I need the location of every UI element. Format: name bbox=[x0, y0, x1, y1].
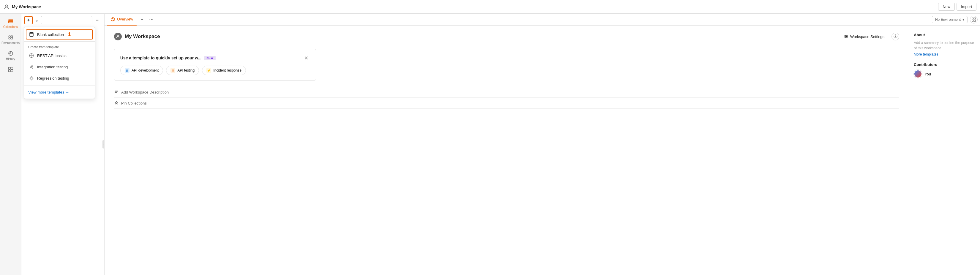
template-regression-testing[interactable]: Regression testing bbox=[24, 73, 95, 84]
api-development-label: API development bbox=[132, 68, 159, 73]
add-description-label: Add Workspace Description bbox=[121, 90, 169, 94]
add-tab-button[interactable]: + bbox=[138, 16, 146, 24]
tab-overview[interactable]: Overview bbox=[107, 14, 137, 25]
contributor-row: You bbox=[914, 70, 975, 78]
add-collection-button[interactable]: + bbox=[24, 16, 33, 24]
tab-bar: Overview + ··· No Environment ▾ bbox=[105, 14, 980, 25]
more-options-button[interactable]: ··· bbox=[94, 17, 101, 24]
sidebar-item-environments[interactable]: Environments bbox=[1, 32, 20, 47]
template-incident-response-button[interactable]: ⚡ Incident response bbox=[202, 66, 246, 75]
create-from-template-label: Create from template bbox=[24, 43, 95, 50]
filter-icon bbox=[35, 18, 39, 22]
history-icon bbox=[8, 51, 14, 56]
svg-rect-5 bbox=[9, 38, 10, 39]
pin-collections-label: Pin Collections bbox=[121, 101, 147, 105]
dashboard-icon bbox=[8, 67, 14, 73]
svg-point-21 bbox=[32, 67, 33, 68]
top-bar-actions: New Import bbox=[938, 3, 977, 11]
collections-header: + ··· bbox=[21, 14, 104, 27]
view-more-templates-link[interactable]: View more templates → bbox=[24, 87, 95, 97]
add-description-row[interactable]: Add Workspace Description bbox=[114, 87, 899, 98]
grid-icon bbox=[971, 17, 976, 22]
tab-overview-label: Overview bbox=[117, 17, 133, 21]
svg-point-20 bbox=[32, 65, 33, 67]
svg-rect-12 bbox=[11, 70, 13, 72]
tab-bar-right: No Environment ▾ bbox=[932, 16, 978, 24]
integration-testing-icon bbox=[29, 64, 34, 70]
svg-rect-4 bbox=[9, 36, 10, 37]
resize-arrow-indicator: ‹ bbox=[102, 140, 104, 148]
right-sidebar: About Add a summary to outline the purpo… bbox=[909, 25, 980, 275]
svg-rect-33 bbox=[974, 20, 975, 21]
new-button[interactable]: New bbox=[938, 3, 955, 11]
blank-collection-icon bbox=[29, 32, 34, 37]
workspace-settings-button[interactable]: Workspace Settings bbox=[841, 33, 887, 40]
settings-sliders-icon bbox=[844, 34, 848, 39]
sidebar-item-history[interactable]: History bbox=[1, 48, 20, 63]
template-options: ⊞ API development ⚙ API testing ⚡ Incide… bbox=[120, 66, 310, 75]
incident-response-label: Incident response bbox=[213, 68, 242, 73]
search-input[interactable] bbox=[41, 16, 92, 24]
svg-point-38 bbox=[845, 35, 846, 36]
workspace-info-button[interactable]: ⓘ bbox=[891, 33, 899, 40]
svg-rect-2 bbox=[8, 21, 13, 22]
workspace-title: My Workspace bbox=[12, 5, 41, 9]
env-chevron: ▾ bbox=[963, 17, 964, 22]
workspace-header-row: My Workspace Workspace Settings ⓘ bbox=[114, 33, 899, 40]
about-title: About bbox=[914, 33, 975, 37]
svg-rect-1 bbox=[8, 20, 13, 21]
svg-rect-31 bbox=[974, 18, 975, 19]
template-banner-header: Use a template to quickly set up your w.… bbox=[120, 54, 310, 62]
template-rest-api-basics[interactable]: REST API basics bbox=[24, 50, 95, 61]
environments-icon bbox=[8, 35, 14, 40]
template-banner: Use a template to quickly set up your w.… bbox=[114, 49, 316, 81]
description-icon bbox=[114, 90, 119, 94]
svg-point-39 bbox=[846, 36, 847, 37]
main-content: Overview + ··· No Environment ▾ bbox=[105, 14, 980, 275]
incident-response-icon: ⚡ bbox=[207, 68, 211, 73]
person-icon bbox=[3, 4, 10, 10]
env-label: No Environment bbox=[935, 17, 961, 22]
sidebar-item-collections[interactable]: Collections bbox=[1, 16, 20, 31]
svg-rect-9 bbox=[8, 67, 10, 70]
overview-tab-icon bbox=[110, 17, 115, 22]
workspace-main: My Workspace Workspace Settings ⓘ bbox=[105, 25, 909, 275]
svg-rect-10 bbox=[11, 67, 13, 70]
contributor-name: You bbox=[924, 72, 931, 76]
workspace-name-heading: My Workspace bbox=[125, 33, 160, 40]
blank-collection-item[interactable]: Blank collection 1 bbox=[26, 29, 93, 40]
more-templates-link[interactable]: More templates bbox=[914, 52, 939, 56]
pin-collections-row[interactable]: Pin Collections bbox=[114, 98, 899, 109]
environment-selector[interactable]: No Environment ▾ bbox=[932, 16, 967, 23]
svg-point-24 bbox=[30, 77, 32, 79]
collections-icon bbox=[8, 18, 14, 24]
template-api-development-button[interactable]: ⊞ API development bbox=[120, 66, 163, 75]
env-info-button[interactable] bbox=[970, 16, 978, 24]
api-testing-label: API testing bbox=[177, 68, 194, 73]
blank-collection-label: Blank collection bbox=[37, 32, 64, 37]
contributors-section: Contributors You bbox=[914, 62, 975, 78]
sidebar-item-dashboard[interactable] bbox=[1, 64, 20, 76]
workspace-avatar bbox=[114, 33, 122, 40]
workspace-settings-label: Workspace Settings bbox=[850, 35, 885, 39]
regression-testing-icon bbox=[29, 75, 34, 81]
import-button[interactable]: Import bbox=[956, 3, 977, 11]
rest-api-basics-icon bbox=[29, 53, 34, 58]
close-banner-button[interactable]: ✕ bbox=[302, 54, 310, 62]
icon-sidebar: Collections Environments History bbox=[0, 14, 21, 275]
pin-icon bbox=[114, 101, 119, 105]
top-bar-left: My Workspace bbox=[3, 4, 938, 10]
collections-panel: + ··· Blank collection 1 bbox=[21, 14, 105, 275]
template-integration-testing[interactable]: Integration testing bbox=[24, 61, 95, 73]
tab-more-options[interactable]: ··· bbox=[147, 16, 156, 24]
template-banner-title: Use a template to quickly set up your w.… bbox=[120, 56, 201, 60]
integration-testing-label: Integration testing bbox=[37, 65, 68, 69]
svg-rect-11 bbox=[8, 70, 10, 72]
svg-rect-6 bbox=[11, 36, 13, 37]
svg-line-22 bbox=[31, 66, 32, 67]
svg-rect-32 bbox=[972, 20, 974, 21]
template-api-testing-button[interactable]: ⚙ API testing bbox=[166, 66, 199, 75]
workspace-content: My Workspace Workspace Settings ⓘ bbox=[105, 25, 980, 275]
api-development-icon: ⊞ bbox=[125, 68, 129, 73]
resize-handle[interactable]: ‹ bbox=[102, 14, 104, 275]
